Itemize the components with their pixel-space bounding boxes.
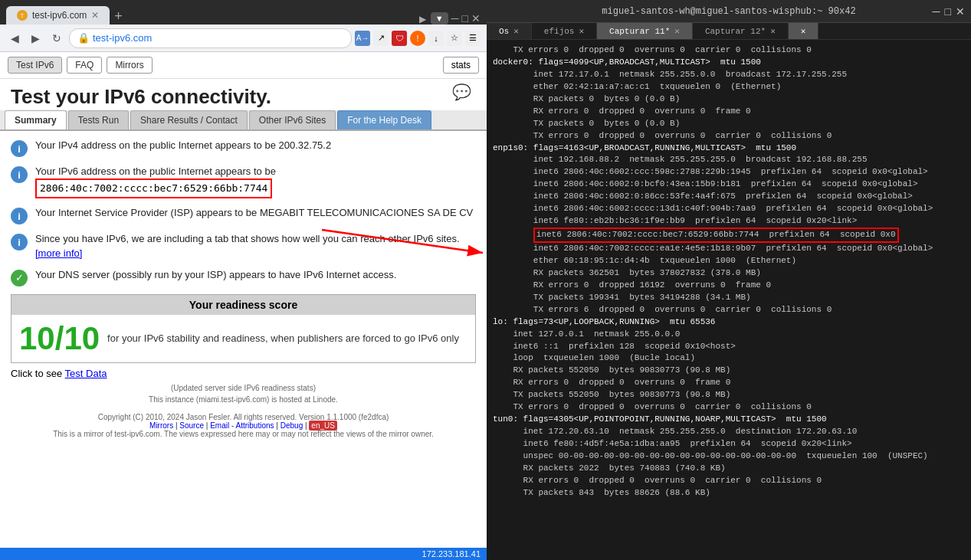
terminal-line: RX errors 0 dropped 0 overruns 0 carrier… [493, 475, 965, 487]
site-nav: Test IPv6 FAQ Mirrors stats 💬 [0, 52, 487, 79]
ipv4-info-text: Your IPv4 address on the public Internet… [35, 139, 331, 152]
terminal-line: inet6 2806:40c:6002:cccc:13d1:c40f:904b:… [493, 203, 965, 215]
tab-share-results[interactable]: Share Results / Contact [130, 110, 248, 129]
ext-bookmark[interactable]: ☆ [447, 31, 462, 46]
ext-orange[interactable]: ! [410, 31, 425, 46]
more-info-link[interactable]: [more info] [35, 247, 82, 259]
list-item: i Your Internet Service Provider (ISP) a… [11, 206, 476, 224]
terminal-line: loop txqueuelen 1000 (Bucle local) [493, 352, 965, 365]
terminal-line: inet6 ::1 prefixlen 128 scopeid 0x10<hos… [493, 341, 965, 353]
tab-close-efijos[interactable]: ✕ [579, 27, 584, 36]
window-close[interactable]: ✕ [471, 12, 481, 25]
terminal-minimize[interactable]: ─ [933, 5, 940, 18]
site-nav-faq[interactable]: FAQ [67, 57, 102, 74]
content-area: i Your IPv4 address on the public Intern… [0, 131, 487, 446]
terminal-ipv6-highlight: inet6 2806:40c:7002:cccc:bec7:6529:66bb:… [533, 228, 899, 243]
terminal-line: RX errors 0 dropped 16192 overruns 0 fra… [493, 280, 965, 292]
lang-badge[interactable]: en_US [309, 421, 337, 431]
tab-tests-run[interactable]: Tests Run [68, 110, 129, 129]
browser-navbar: ◀ ▶ ↻ 🔒 test-ipv6.com A→ ↗ 🛡 ! ↓ ☆ ☰ [0, 25, 487, 52]
tab-close-button[interactable]: ✕ [91, 10, 99, 21]
terminal-line: TX packets 0 bytes 0 (0.0 B) [493, 118, 965, 130]
terminal-tab-efijos[interactable]: efijos✕ [532, 23, 597, 39]
back-button[interactable]: ◀ [6, 30, 24, 47]
footer-links: Mirrors | Source | Email - Attributions … [11, 421, 476, 430]
attributions-link[interactable]: Attributions [236, 421, 274, 430]
info-icon: i [11, 234, 28, 251]
terminal-line: RX errors 0 dropped 0 overruns 0 frame 0 [493, 377, 965, 389]
terminal-line: TX errors 0 dropped 0 overruns 0 carrier… [493, 44, 965, 57]
terminal-line: TX packets 199341 bytes 34194288 (34.1 M… [493, 292, 965, 304]
terminal-tab-active-highlight[interactable]: ✕ [789, 23, 819, 39]
tab-scroll-right[interactable]: ▶ [419, 14, 429, 25]
terminal-line: RX packets 552050 bytes 90830773 (90.8 M… [493, 365, 965, 377]
url-text: test-ipv6.com [93, 32, 152, 44]
terminal-tab-capturar12[interactable]: Capturar 12*✕ [693, 23, 789, 39]
terminal-line: inet6 2806:40c:7002:cccc:bec7:6529:66bb:… [493, 228, 965, 243]
terminal-line: TX packets 552050 bytes 90830773 (90.8 M… [493, 389, 965, 401]
page-tabs-row: Summary Tests Run Share Results / Contac… [0, 110, 487, 131]
terminal-line: ether 02:42:1a:a7:ac:c1 txqueuelen 0 (Et… [493, 81, 965, 93]
window-maximize[interactable]: □ [462, 12, 468, 25]
chat-icon[interactable]: 💬 [452, 83, 471, 101]
tab-close-cap11[interactable]: ✕ [674, 27, 680, 36]
terminal-window: miguel-santos-wh@miguel-santos-wisphub:~… [487, 0, 971, 560]
site-nav-stats[interactable]: stats [443, 57, 479, 74]
terminal-line: inet6 2806:40c:6002:ccc:598c:2788:229b:1… [493, 166, 965, 178]
terminal-body[interactable]: TX errors 0 dropped 0 overruns 0 carrier… [487, 40, 971, 560]
tab-close-cap12[interactable]: ✕ [770, 27, 776, 36]
tab-help-desk[interactable]: For the Help Desk [337, 110, 431, 129]
window-minimize[interactable]: ─ [451, 12, 459, 25]
ext-menu[interactable]: ☰ [465, 31, 481, 46]
list-item: i Since you have IPv6, we are including … [11, 232, 476, 260]
ext-translate[interactable]: A→ [355, 31, 370, 46]
terminal-close[interactable]: ✕ [956, 5, 965, 18]
debug-link[interactable]: Debug [280, 421, 303, 430]
forward-button[interactable]: ▶ [27, 30, 44, 47]
isp-info-text: Your Internet Service Provider (ISP) app… [35, 206, 473, 220]
site-nav-mirrors[interactable]: Mirrors [107, 57, 152, 74]
info-icon: i [11, 140, 28, 157]
footer-area: (Updated server side IPv6 readiness stat… [11, 384, 476, 438]
tab-dropdown[interactable]: ▼ [431, 12, 448, 25]
page-title: Test your IPv6 connectivity. [0, 79, 487, 110]
ext-shield[interactable]: 🛡 [392, 31, 407, 46]
terminal-tab-capturar11[interactable]: Capturar 11*✕ [597, 23, 693, 39]
terminal-line: inet 172.20.63.10 netmask 255.255.255.0 … [493, 426, 965, 438]
tab-close-os[interactable]: ✕ [513, 27, 519, 36]
list-item: i Your IPv4 address on the public Intern… [11, 139, 476, 157]
terminal-titlebar: miguel-santos-wh@miguel-santos-wisphub:~… [487, 0, 971, 23]
terminal-line: TX errors 0 dropped 0 overruns 0 carrier… [493, 130, 965, 142]
terminal-line: TX errors 6 dropped 0 overruns 0 carrier… [493, 304, 965, 316]
mirrors-link[interactable]: Mirrors [149, 421, 173, 430]
email-link[interactable]: Email [210, 421, 229, 430]
terminal-title: miguel-santos-wh@miguel-santos-wisphub:~… [602, 6, 855, 17]
terminal-line: inet6 2806:40c:6002:0:86cc:53fe:4a4f:675… [493, 191, 965, 203]
ipv6-info-text: Your IPv6 address on the public Internet… [35, 165, 276, 198]
check-icon: ✓ [11, 270, 28, 287]
new-tab-button[interactable]: + [114, 8, 123, 25]
terminal-line: TX errors 0 dropped 0 overruns 0 carrier… [493, 401, 965, 414]
reload-button[interactable]: ↻ [48, 30, 66, 47]
terminal-maximize[interactable]: □ [945, 5, 951, 18]
ipv6-reach-text: Since you have IPv6, we are including a … [35, 232, 476, 260]
site-nav-test-ipv6[interactable]: Test IPv6 [8, 57, 62, 74]
terminal-line: RX packets 0 bytes 0 (0.0 B) [493, 93, 965, 106]
ext-download[interactable]: ↓ [428, 31, 444, 46]
tab-summary[interactable]: Summary [5, 110, 67, 129]
tab-other-ipv6[interactable]: Other IPv6 Sites [249, 110, 336, 129]
browser-tab-label-test-ipv6: test-ipv6.com [32, 10, 87, 21]
browser-tab-test-ipv6[interactable]: T test-ipv6.com ✕ [6, 6, 110, 25]
ext-share[interactable]: ↗ [373, 31, 389, 46]
readiness-box: Your readiness score 10/10 for your IPv6… [11, 294, 476, 363]
updated-text: (Updated server side IPv6 readiness stat… [11, 384, 476, 392]
terminal-tab-os[interactable]: Os✕ [487, 23, 532, 39]
browser-window: T test-ipv6.com ✕ + ▶ ▼ ─ □ ✕ ◀ ▶ ↻ 🔒 te… [0, 0, 487, 560]
lock-icon: 🔒 [77, 32, 90, 44]
terminal-line: RX packets 362501 bytes 378027832 (378.0… [493, 267, 965, 280]
test-data-link[interactable]: Test Data [65, 368, 107, 379]
readiness-score: 10/10 [19, 323, 100, 355]
source-link[interactable]: Source [179, 421, 204, 430]
terminal-line: RX errors 0 dropped 0 overruns 0 frame 0 [493, 106, 965, 118]
address-bar[interactable]: 🔒 test-ipv6.com [69, 28, 352, 48]
